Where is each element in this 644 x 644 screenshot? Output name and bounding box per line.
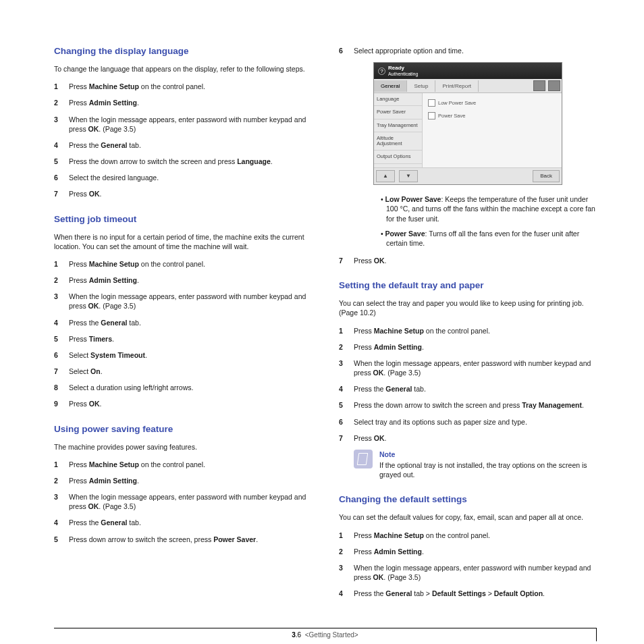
step-item: 3When the login message appears, enter p… — [54, 492, 312, 511]
step-number: 1 — [54, 82, 69, 91]
note-icon — [354, 450, 373, 468]
step-number: 1 — [54, 460, 69, 469]
step-number: 7 — [54, 189, 69, 198]
step-item: 6 Select appropriate option and time. — [339, 46, 597, 55]
step-item: 5Press the down arrow to switch the scre… — [339, 400, 597, 410]
step-number: 2 — [54, 275, 69, 285]
note-title: Note — [379, 450, 597, 459]
step-number: 7 — [339, 433, 354, 443]
step-text: Press Timers. — [69, 334, 312, 344]
step-item: 7Press OK. — [54, 189, 312, 198]
fig-toolbar-icon[interactable] — [533, 80, 545, 91]
page-number-minor: .6 — [296, 631, 301, 639]
step-number: 3 — [339, 563, 354, 582]
step-number: 2 — [54, 98, 69, 107]
step-text: Select tray and its options such as pape… — [354, 417, 597, 427]
step-item: 7 Press OK. — [339, 256, 597, 265]
fig-back-button[interactable]: Back — [533, 170, 560, 182]
step-text: Press Admin Setting. — [69, 476, 312, 485]
screenshot-figure: ? Ready Authenticating General Setup Pri… — [373, 62, 562, 185]
fig-toolbar-icon[interactable] — [548, 80, 560, 91]
note-text: If the optional tray is not installed, t… — [379, 461, 587, 479]
fig-up-arrow-button[interactable]: ▲ — [376, 170, 395, 182]
fig-side-output-options[interactable]: Output Options — [374, 151, 422, 163]
bullet-item: Low Power Save: Keeps the temperature of… — [381, 194, 597, 223]
help-icon: ? — [378, 68, 385, 75]
step-item: 5Press the down arrow to switch the scre… — [54, 157, 312, 166]
fig-side-power-saver[interactable]: Power Saver — [374, 106, 422, 119]
step-text: Press Machine Setup on the control panel… — [69, 259, 312, 269]
step-text: Press OK. — [69, 189, 312, 198]
step-item: 3When the login message appears, enter p… — [54, 292, 312, 311]
step-number: 1 — [339, 531, 354, 540]
bullet-list: Low Power Save: Keeps the temperature of… — [354, 194, 597, 248]
step-text: Press the down arrow to switch the scree… — [69, 157, 312, 166]
step-item: 8Select a duration using left/right arro… — [54, 383, 312, 392]
step-item: 4Press the General tab > Default Setting… — [339, 589, 597, 598]
intro-text: You can select the tray and paper you wo… — [339, 298, 597, 317]
fig-titlebar: ? Ready Authenticating — [374, 63, 562, 79]
step-number: 2 — [339, 342, 354, 352]
fig-tab-setup[interactable]: Setup — [407, 80, 435, 92]
step-number: 8 — [54, 383, 69, 392]
step-text: Press Admin Setting. — [69, 98, 312, 107]
step-number: 6 — [339, 417, 354, 427]
step-number: 3 — [339, 358, 354, 377]
steps-list: 1Press Machine Setup on the control pane… — [54, 82, 312, 198]
steps-list: 7 Press OK. — [339, 256, 597, 265]
step-text: Press the General tab. — [69, 140, 312, 150]
step-text: Press OK. — [69, 399, 312, 408]
fig-side-altitude-adjustment[interactable]: Altitude Adjustment — [374, 132, 422, 151]
left-column: Changing the display language To change … — [54, 41, 312, 605]
step-item: 7Press OK. — [339, 433, 597, 443]
step-number: 5 — [54, 334, 69, 344]
step-text: When the login message appears, enter pa… — [69, 492, 312, 511]
step-number: 5 — [339, 400, 354, 410]
fig-side-tray-management[interactable]: Tray Management — [374, 119, 422, 132]
step-number: 2 — [54, 476, 69, 485]
step-item: 1Press Machine Setup on the control pane… — [339, 531, 597, 540]
step-item: 1Press Machine Setup on the control pane… — [339, 326, 597, 336]
step-text: When the login message appears, enter pa… — [69, 115, 312, 134]
step-item: 2Press Admin Setting. — [339, 342, 597, 352]
step-text: When the login message appears, enter pa… — [354, 358, 597, 377]
step-item: 4Press the General tab. — [339, 384, 597, 394]
fig-option-low-power-save[interactable]: Low Power Save — [428, 99, 558, 107]
step-item: 3When the login message appears, enter p… — [54, 115, 312, 134]
footer-section: <Getting Started> — [305, 631, 358, 639]
step-text: Press the General tab. — [354, 384, 597, 394]
step-text: Press OK. — [354, 433, 597, 443]
step-item: 6Select System Timeout. — [54, 350, 312, 360]
step-item: 4Press the General tab. — [54, 318, 312, 327]
right-column: 6 Select appropriate option and time. ? … — [339, 41, 597, 605]
steps-list: 1Press Machine Setup on the control pane… — [339, 531, 597, 599]
fig-tab-general[interactable]: General — [374, 80, 407, 92]
step-number: 3 — [54, 115, 69, 134]
step-text: Press the down arrow to switch the scree… — [354, 400, 597, 410]
step-text: Press down arrow to switch the screen, p… — [69, 535, 312, 544]
fig-side-language[interactable]: Language — [374, 93, 422, 106]
page: Changing the display language To change … — [0, 0, 644, 644]
step-text: Press Admin Setting. — [354, 342, 597, 352]
step-number: 4 — [54, 518, 69, 527]
step-text: When the login message appears, enter pa… — [354, 563, 597, 582]
heading-default-tray: Setting the default tray and paper — [339, 280, 597, 290]
step-number: 4 — [339, 589, 354, 598]
step-item: 3When the login message appears, enter p… — [339, 563, 597, 582]
heading-power-saving: Using power saving feature — [54, 424, 312, 434]
step-number: 9 — [54, 399, 69, 408]
heading-display-language: Changing the display language — [54, 46, 312, 56]
fig-down-arrow-button[interactable]: ▼ — [399, 170, 418, 182]
step-item: 1Press Machine Setup on the control pane… — [54, 460, 312, 469]
step-number: 4 — [339, 384, 354, 394]
step-item: 4Press the General tab. — [54, 518, 312, 527]
step-item: 2Press Admin Setting. — [54, 275, 312, 285]
bullet-item: Power Save: Turns off all the fans even … — [381, 229, 597, 248]
fig-option-power-save[interactable]: Power Save — [428, 112, 558, 119]
step-item: 4Press the General tab. — [54, 140, 312, 150]
step-number: 6 — [339, 46, 354, 55]
steps-list: 1Press Machine Setup on the control pane… — [54, 460, 312, 544]
fig-tab-print-report[interactable]: Print/Report — [435, 80, 479, 92]
step-text: Press the General tab > Default Settings… — [354, 589, 597, 598]
step-text: Press Admin Setting. — [69, 275, 312, 285]
